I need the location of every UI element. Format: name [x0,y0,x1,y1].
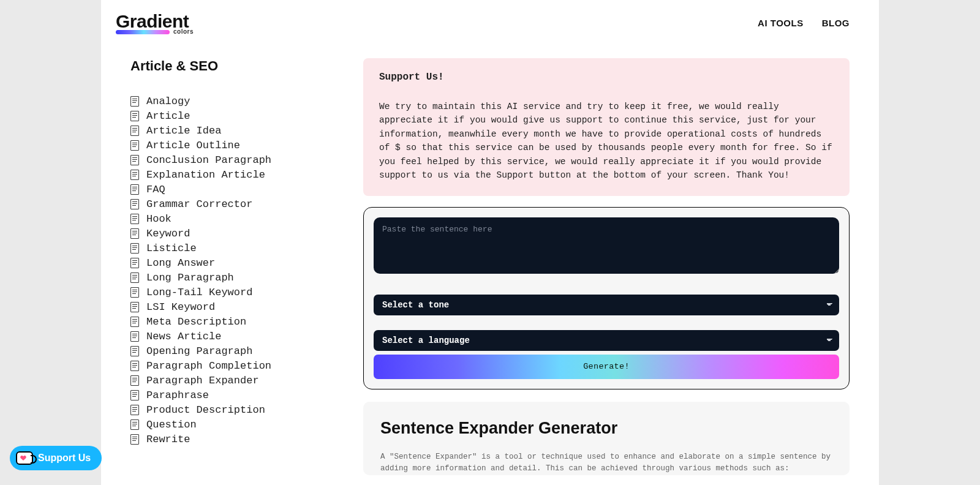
logo-subtext: colors [173,28,194,35]
page-container: Gradient colors AI TOOLS BLOG Article & … [101,0,879,485]
tool-card: Select a tone Select a language Generate… [363,207,850,389]
support-body: We try to maintain this AI service and t… [379,100,834,182]
support-us-button[interactable]: Support Us [10,446,102,470]
sidebar-item[interactable]: Paragraph Expander [130,373,339,388]
sidebar-item-label: Long Paragraph [146,272,234,284]
document-icon [130,419,139,430]
generate-button[interactable]: Generate! [374,355,839,379]
sidebar-item-label: Long Answer [146,257,215,269]
sidebar-item-label: Paragraph Completion [146,360,271,372]
sidebar-item[interactable]: Conclusion Paragraph [130,152,339,167]
sentence-input[interactable] [374,217,839,274]
sidebar-item[interactable]: Long-Tail Keyword [130,285,339,299]
sidebar-item[interactable]: Long Paragraph [130,270,339,285]
sidebar-item-label: Analogy [146,96,190,107]
article-section: Sentence Expander Generator A "Sentence … [363,402,850,475]
document-icon [130,287,139,298]
sidebar-item[interactable]: Analogy [130,94,339,108]
gradient-bar-icon [116,30,170,34]
sidebar-item-label: Grammar Corrector [146,198,252,210]
sidebar-item-label: FAQ [146,184,165,195]
coffee-heart-icon [16,451,33,465]
sidebar-item-label: Listicle [146,242,197,254]
sidebar: Article & SEO AnalogyArticleArticle Idea… [130,58,339,475]
sidebar-item-label: Opening Paragraph [146,345,252,357]
sidebar-item[interactable]: Article [130,108,339,123]
sidebar-item[interactable]: Rewrite [130,432,339,446]
sidebar-heading: Article & SEO [130,58,339,74]
document-icon [130,258,139,268]
sidebar-item[interactable]: Long Answer [130,255,339,270]
document-icon [130,184,139,195]
sidebar-item[interactable]: Product Description [130,402,339,417]
document-icon [130,346,139,356]
sidebar-item[interactable]: Listicle [130,241,339,255]
sidebar-item-label: News Article [146,331,221,342]
document-icon [130,405,139,415]
sidebar-item-label: Keyword [146,228,190,239]
document-icon [130,170,139,180]
document-icon [130,317,139,327]
document-icon [130,126,139,136]
sidebar-item-label: Paraphrase [146,389,209,401]
sidebar-item[interactable]: Grammar Corrector [130,197,339,211]
document-icon [130,228,139,239]
document-icon [130,111,139,121]
top-nav: AI TOOLS BLOG [758,18,850,28]
sidebar-item[interactable]: Paragraph Completion [130,358,339,373]
support-title: Support Us! [379,72,834,83]
sidebar-item-label: Article Idea [146,125,221,137]
sidebar-item[interactable]: Opening Paragraph [130,344,339,358]
sidebar-item-label: Article Outline [146,140,240,151]
article-title: Sentence Expander Generator [380,419,832,438]
document-icon [130,434,139,445]
document-icon [130,361,139,371]
sidebar-list: AnalogyArticleArticle IdeaArticle Outlin… [130,94,339,446]
tone-select[interactable]: Select a tone [374,295,839,315]
document-icon [130,390,139,400]
document-icon [130,140,139,151]
document-icon [130,96,139,107]
sidebar-item-label: Article [146,110,190,122]
sidebar-item-label: Meta Description [146,316,246,328]
sidebar-item[interactable]: Article Idea [130,123,339,138]
document-icon [130,375,139,386]
sidebar-item-label: LSI Keyword [146,301,215,313]
main-column: Support Us! We try to maintain this AI s… [363,58,850,475]
sidebar-item-label: Product Description [146,404,265,416]
sidebar-item[interactable]: LSI Keyword [130,299,339,314]
language-select[interactable]: Select a language [374,330,839,351]
document-icon [130,155,139,165]
sidebar-item[interactable]: Explanation Article [130,167,339,182]
support-box: Support Us! We try to maintain this AI s… [363,58,850,196]
sidebar-item-label: Hook [146,213,172,225]
sidebar-item-label: Conclusion Paragraph [146,154,271,166]
sidebar-item[interactable]: News Article [130,329,339,344]
document-icon [130,302,139,312]
article-body: A "Sentence Expander" is a tool or techn… [380,451,832,475]
sidebar-item[interactable]: Keyword [130,226,339,241]
sidebar-item-label: Rewrite [146,434,190,445]
sidebar-item[interactable]: Meta Description [130,314,339,329]
site-logo[interactable]: Gradient colors [116,11,194,35]
document-icon [130,199,139,209]
nav-link-blog[interactable]: BLOG [822,18,850,28]
document-icon [130,214,139,224]
sidebar-item-label: Explanation Article [146,169,265,181]
document-icon [130,273,139,283]
content: Article & SEO AnalogyArticleArticle Idea… [101,35,879,475]
sidebar-item[interactable]: Article Outline [130,138,339,152]
logo-sub: colors [116,29,194,35]
support-pill-label: Support Us [38,453,91,464]
document-icon [130,331,139,342]
sidebar-item[interactable]: Question [130,417,339,432]
sidebar-item-label: Question [146,419,197,430]
sidebar-item[interactable]: Hook [130,211,339,226]
sidebar-item[interactable]: Paraphrase [130,388,339,402]
sidebar-item-label: Long-Tail Keyword [146,287,252,298]
sidebar-item-label: Paragraph Expander [146,375,259,386]
document-icon [130,243,139,254]
sidebar-item[interactable]: FAQ [130,182,339,197]
nav-link-ai-tools[interactable]: AI TOOLS [758,18,804,28]
site-header: Gradient colors AI TOOLS BLOG [101,0,879,35]
